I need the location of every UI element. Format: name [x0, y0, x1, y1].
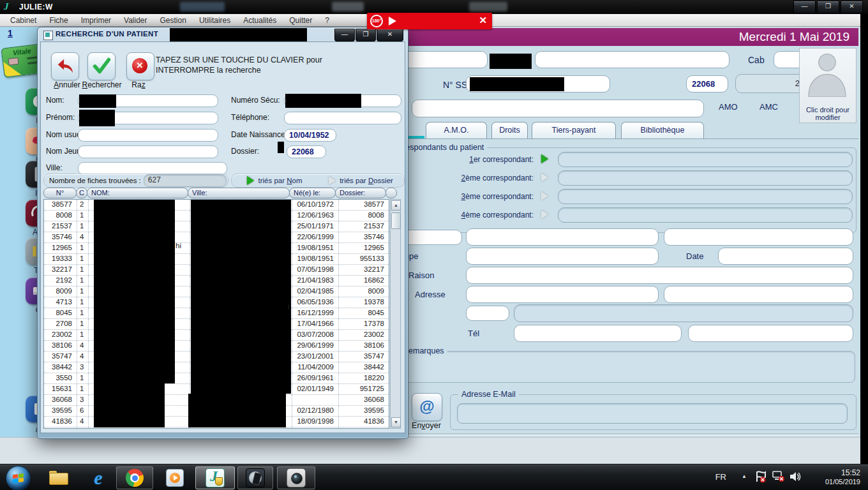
adresse-field-2[interactable]	[664, 286, 853, 303]
menu-item-0[interactable]: Cabinet	[4, 16, 43, 25]
menu-item-8[interactable]: ?	[318, 16, 336, 25]
minimize-button[interactable]: —	[793, 1, 816, 13]
close-button[interactable]: ✕	[841, 1, 863, 13]
menu-item-5[interactable]: Utilitaires	[193, 16, 237, 25]
correspondant-input-3[interactable]	[558, 189, 853, 204]
taskbar-chrome-button[interactable]	[116, 466, 153, 489]
sort-by-name-button[interactable]: triés par Nom	[232, 174, 318, 187]
cell-dossier: 12965	[339, 243, 389, 253]
address-header-field[interactable]	[412, 100, 704, 117]
groupe-field[interactable]	[466, 248, 659, 265]
redaction-box	[79, 110, 115, 126]
ville-fragment: l	[288, 303, 290, 311]
patient-firstname-field[interactable]	[535, 51, 730, 68]
taskbar-explorer-button[interactable]	[45, 466, 73, 489]
cell-dossier: 35746	[339, 232, 389, 242]
date-naissance-input[interactable]: 10/04/1952	[284, 129, 336, 142]
cell-n: 21537	[44, 221, 77, 232]
taskbar-mediaplayer-button[interactable]	[161, 466, 189, 489]
tel-field-2[interactable]	[688, 325, 853, 342]
recorder-play-icon[interactable]	[389, 17, 396, 26]
action-center-flag-icon[interactable]	[754, 470, 766, 486]
cell-n: 36068	[44, 395, 77, 405]
ville-input[interactable]	[78, 162, 227, 175]
raz-button[interactable]: ✕	[126, 52, 154, 80]
reset-x-icon: ✕	[132, 58, 147, 73]
dialog-close-button[interactable]: ✕	[377, 29, 403, 41]
sort-by-dossier-button[interactable]: triés par Dossier	[318, 174, 404, 187]
patient-photo-placeholder[interactable]: Clic droit pour modifier	[799, 48, 857, 123]
scroll-down-icon[interactable]: ▼	[391, 417, 401, 427]
show-hidden-icons-chevron[interactable]: ▲	[742, 473, 747, 479]
maximize-button[interactable]: ❐	[817, 1, 839, 13]
screen-recorder-toolbar[interactable]: 180° ✕	[367, 13, 492, 29]
dossier-number-field[interactable]: 22068	[686, 75, 728, 93]
tel-field-1[interactable]	[514, 325, 682, 342]
menu-item-2[interactable]: Imprimer	[75, 16, 117, 25]
tab-droits[interactable]: Droits	[491, 122, 528, 138]
correspondant-input-4[interactable]	[558, 207, 853, 223]
column-header-1[interactable]: C	[76, 188, 87, 198]
tab-a-m-o-[interactable]: A.M.O.	[426, 122, 487, 138]
start-button[interactable]	[6, 466, 31, 490]
menu-item-1[interactable]: Fiche	[43, 16, 74, 25]
dossier-input[interactable]: 22068	[287, 145, 326, 158]
cell-ne: 03/07/2008	[292, 330, 339, 340]
scrollbar-thumb[interactable]	[391, 212, 401, 229]
column-header-0[interactable]: N°	[43, 188, 77, 198]
correspondant-input-2[interactable]	[558, 170, 853, 186]
dialog-maximize-button[interactable]: ❐	[355, 29, 376, 41]
remarques-box[interactable]	[394, 351, 855, 383]
column-header-2[interactable]: NOM:	[87, 188, 188, 198]
date-field[interactable]	[718, 248, 853, 265]
adresse-field-1[interactable]	[466, 286, 659, 303]
dialog-minimize-button[interactable]: —	[334, 29, 355, 41]
correspondant-arrow-icon-2[interactable]	[541, 173, 548, 182]
tab-biblioth-que[interactable]: Bibliothèque	[621, 122, 704, 138]
nom-jeune-fille-input[interactable]	[78, 145, 218, 158]
taskbar-ie-button[interactable]: e	[84, 466, 112, 489]
name2-field[interactable]	[466, 228, 659, 246]
menu-item-7[interactable]: Quitter	[283, 16, 318, 25]
name-fragment: hi	[176, 242, 181, 249]
correspondant-arrow-icon-3[interactable]	[541, 191, 548, 200]
correspondant-arrow-icon-4[interactable]	[541, 210, 548, 219]
language-indicator[interactable]: FR	[715, 472, 726, 482]
scroll-up-icon[interactable]: ▲	[391, 200, 401, 211]
ville-field[interactable]	[514, 304, 853, 322]
taskbar-camera-button[interactable]	[277, 466, 315, 489]
amc-label: AMC	[760, 102, 778, 112]
column-header-3[interactable]: Ville:	[188, 188, 290, 198]
tab-tiers-payant[interactable]: Tiers-payant	[532, 122, 616, 138]
telephone-input[interactable]	[284, 112, 401, 124]
annuler-button[interactable]	[51, 52, 79, 80]
email-field[interactable]	[457, 403, 848, 424]
taskbar-julie-button[interactable]: J	[195, 466, 235, 489]
volume-icon[interactable]	[789, 471, 802, 485]
network-status-icon[interactable]	[772, 471, 785, 485]
cell-dossier: 8008	[339, 211, 389, 221]
menu-item-4[interactable]: Gestion	[154, 16, 193, 25]
tel-label: Tél	[468, 329, 479, 338]
menu-item-3[interactable]: Valider	[117, 16, 153, 25]
envoyer-button[interactable]: @	[412, 393, 442, 421]
clock[interactable]: 15:52 01/05/2019	[809, 468, 860, 486]
correspondant-arrow-icon-1[interactable]	[541, 154, 548, 163]
rechercher-button[interactable]	[87, 52, 116, 80]
name3-field[interactable]	[664, 228, 853, 246]
table-scrollbar[interactable]: ▲ ▼	[390, 199, 401, 429]
correspondant-input-1[interactable]	[558, 152, 853, 167]
redaction-box	[94, 383, 165, 427]
cell-n: 3550	[44, 373, 77, 383]
column-header-4[interactable]: Né(e) le:	[289, 188, 336, 198]
nom-usuel-input[interactable]	[78, 129, 218, 142]
raison-field[interactable]	[466, 267, 853, 284]
code-postal-field[interactable]	[466, 306, 509, 321]
menu-item-6[interactable]: Actualités	[237, 16, 283, 25]
table-row[interactable]: 25744117/10/199125744	[44, 427, 389, 429]
cell-ne: 11/04/2009	[292, 362, 339, 373]
taskbar-device-button[interactable]	[237, 466, 273, 489]
app-titlebar: J JULIE:W — ❐ ✕	[0, 0, 868, 14]
recorder-close-icon[interactable]: ✕	[479, 15, 487, 26]
column-header-5[interactable]: Dossier:	[335, 188, 386, 198]
